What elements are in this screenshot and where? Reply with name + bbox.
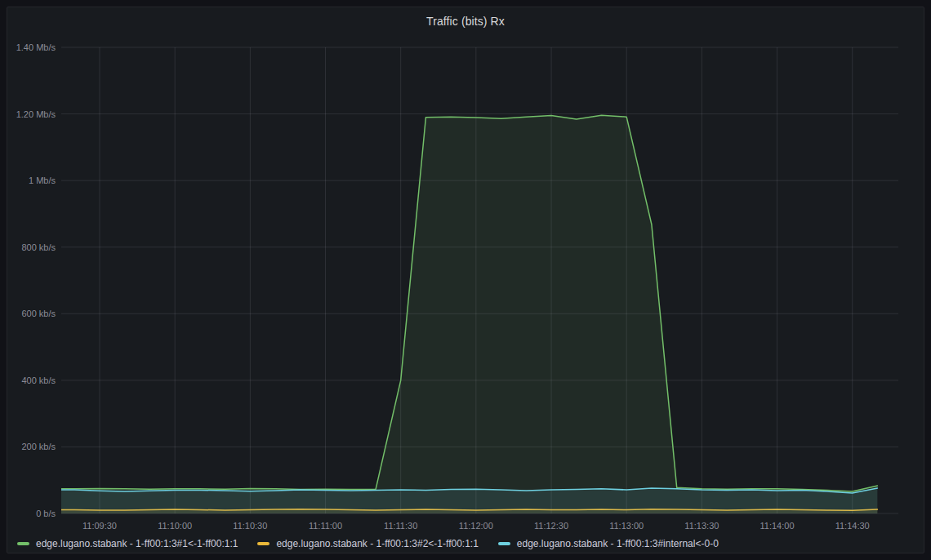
series-color-swatch <box>498 542 510 545</box>
svg-text:11:09:30: 11:09:30 <box>82 521 117 531</box>
svg-text:11:14:30: 11:14:30 <box>835 521 870 531</box>
svg-text:1.40 Mb/s: 1.40 Mb/s <box>16 42 56 52</box>
svg-text:11:11:00: 11:11:00 <box>309 521 342 531</box>
svg-text:11:10:00: 11:10:00 <box>158 521 192 531</box>
svg-text:11:11:30: 11:11:30 <box>384 521 417 531</box>
svg-text:1.20 Mb/s: 1.20 Mb/s <box>16 109 56 119</box>
svg-text:0 b/s: 0 b/s <box>36 509 56 518</box>
svg-text:11:12:00: 11:12:00 <box>459 521 493 531</box>
series-color-swatch <box>17 542 29 545</box>
series-label: edge.lugano.stabank - 1-ff00:1:3#interna… <box>517 536 719 551</box>
legend-item-interface-2[interactable]: edge.lugano.stabank - 1-ff00:1:3#2<-1-ff… <box>257 536 478 551</box>
svg-text:1 Mb/s: 1 Mb/s <box>29 176 56 185</box>
chart-legend: edge.lugano.stabank - 1-ff00:1:3#1<-1-ff… <box>17 536 719 551</box>
svg-text:11:13:00: 11:13:00 <box>609 521 644 531</box>
legend-item-internal[interactable]: edge.lugano.stabank - 1-ff00:1:3#interna… <box>498 536 719 551</box>
series-color-swatch <box>257 542 270 545</box>
traffic-chart[interactable]: 0 b/s200 kb/s400 kb/s600 kb/s800 kb/s1 M… <box>0 0 931 560</box>
svg-text:11:10:30: 11:10:30 <box>233 521 267 531</box>
svg-text:800 kb/s: 800 kb/s <box>21 242 56 252</box>
svg-text:400 kb/s: 400 kb/s <box>21 376 56 385</box>
svg-text:600 kb/s: 600 kb/s <box>21 309 56 318</box>
legend-item-interface-1[interactable]: edge.lugano.stabank - 1-ff00:1:3#1<-1-ff… <box>17 536 238 551</box>
svg-text:11:12:30: 11:12:30 <box>534 521 568 531</box>
series-label: edge.lugano.stabank - 1-ff00:1:3#1<-1-ff… <box>36 536 238 551</box>
series-label: edge.lugano.stabank - 1-ff00:1:3#2<-1-ff… <box>276 536 478 551</box>
svg-text:11:14:00: 11:14:00 <box>760 521 795 531</box>
svg-text:11:13:30: 11:13:30 <box>684 521 719 531</box>
svg-text:200 kb/s: 200 kb/s <box>21 442 56 451</box>
